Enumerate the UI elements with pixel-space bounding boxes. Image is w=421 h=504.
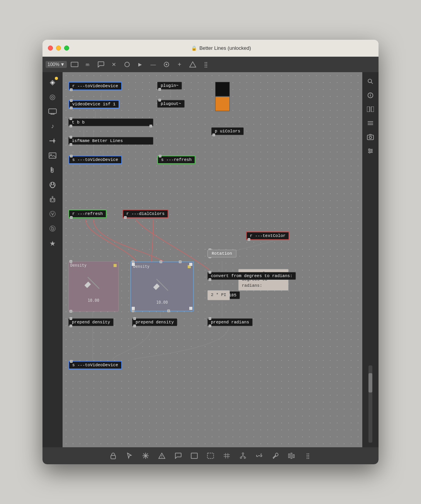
inlet-dot (70, 155, 73, 157)
swatch-orange (215, 96, 230, 111)
outlet-left-dot (70, 125, 72, 127)
lock-bottom-btn[interactable] (107, 450, 119, 462)
inlet-dot (133, 317, 136, 320)
plugout-tilde-node[interactable]: plugout~ (157, 100, 185, 108)
svg-point-64 (161, 457, 162, 458)
svg-rect-57 (111, 455, 115, 459)
svg-rect-0 (71, 62, 78, 67)
link-btn[interactable] (253, 450, 265, 462)
message-btn[interactable]: m (82, 59, 93, 69)
s-to-video-device-2-node[interactable]: s ---toVideoDevice (68, 361, 122, 369)
maximize-button[interactable] (64, 46, 69, 51)
dots-bottom-btn[interactable]: ⣿ (302, 450, 314, 462)
prepend-radians-node[interactable]: prepend radians (207, 318, 253, 326)
density2-outlet-right (167, 310, 170, 312)
comment-bottom-btn[interactable] (172, 450, 184, 462)
canvas[interactable]: r ---toVideoDevice videoDevice isf 1 t b… (63, 72, 362, 447)
svg-point-3 (166, 64, 167, 65)
svg-point-73 (244, 457, 246, 458)
prepend-density-2-node[interactable]: prepend density (132, 318, 177, 326)
plugin-tilde-node[interactable]: plugin~ (157, 82, 182, 90)
sidebar-item-target[interactable]: ◎ (46, 90, 59, 104)
list-btn[interactable] (364, 117, 377, 129)
svg-rect-80 (293, 455, 294, 458)
sidebar-item-robot[interactable] (46, 193, 59, 206)
div360-node[interactable]: convert from degrees to radians: (207, 272, 296, 280)
grid-bottom-btn[interactable] (221, 450, 233, 462)
sliders-btn[interactable] (364, 145, 377, 157)
info-btn[interactable] (364, 89, 377, 101)
sidebar-item-clip[interactable] (46, 163, 59, 177)
s-to-video-device-1-node[interactable]: s ---toVideoDevice (68, 156, 122, 164)
handle-tl (132, 263, 135, 266)
inlet-dot (209, 317, 211, 320)
sidebar-item-v[interactable]: ⓥ (46, 207, 59, 221)
isfname-node[interactable]: isfName Better Lines (68, 137, 153, 145)
left-sidebar: ◈ ◎ ♪ (42, 72, 63, 447)
tbb-node[interactable]: t b b (68, 118, 153, 126)
ungroup-icon (207, 453, 214, 459)
warning-btn[interactable] (156, 450, 168, 462)
sidebar-item-note[interactable]: ♪ (46, 119, 59, 133)
v-icon: ⓥ (49, 210, 56, 218)
cube-icon: ◈ (50, 78, 55, 86)
density1-value: 10.00 (70, 298, 117, 303)
sidebar-item-star[interactable]: ★ (46, 237, 59, 250)
r-textcolor-node[interactable]: r ---textColor (246, 232, 289, 240)
camera-btn[interactable] (364, 131, 377, 143)
lock-icon (110, 452, 116, 459)
warning-icon (158, 453, 165, 459)
s-refresh-node[interactable]: s ---refresh (157, 156, 195, 164)
svg-rect-36 (85, 282, 91, 288)
sidebar-item-image[interactable] (46, 149, 59, 162)
record-btn[interactable] (122, 59, 132, 69)
traffic-lights (48, 46, 69, 51)
sidebar-item-b[interactable]: ⓑ (46, 222, 59, 236)
sidebar-item-cube[interactable]: ◈ (46, 75, 59, 89)
split-btn[interactable] (364, 103, 377, 115)
sidebar-item-plugin[interactable] (46, 178, 59, 192)
inlet-dot (209, 271, 211, 274)
minus-btn[interactable]: — (148, 59, 159, 69)
right-scrollbar[interactable] (368, 365, 372, 443)
search-btn[interactable] (364, 75, 377, 88)
dial-btn[interactable] (161, 59, 172, 69)
density1-slider[interactable] (70, 267, 117, 298)
minimize-button[interactable] (56, 46, 61, 51)
r-refresh-node[interactable]: r ---refresh (68, 210, 107, 218)
sidebar-item-arrow[interactable] (46, 134, 59, 148)
presentation-btn[interactable] (69, 59, 80, 69)
videodevice-isf1-node[interactable]: videoDevice isf 1 (68, 100, 119, 108)
close-button[interactable] (48, 46, 53, 51)
snowflake-btn[interactable] (140, 450, 151, 462)
add-btn[interactable]: + (174, 59, 185, 69)
bars-icon (288, 453, 295, 459)
handle-br (189, 307, 192, 310)
tree-btn[interactable] (237, 450, 249, 462)
cube-dot (55, 77, 58, 80)
wrench-btn[interactable] (270, 450, 281, 462)
handle-tr (189, 263, 192, 266)
prepend-density-1-node[interactable]: prepend density (68, 318, 114, 326)
p-uicolors-node[interactable]: p uiColors (211, 127, 244, 135)
cursor-btn[interactable] (124, 450, 135, 462)
density-panel-2[interactable]: Density 10.00 (130, 261, 194, 311)
zoom-control[interactable]: 100% ▼ (46, 61, 67, 68)
density2-slider[interactable] (132, 269, 192, 300)
sidebar-item-screen[interactable] (46, 105, 59, 118)
close-obj-btn[interactable]: ✕ (109, 59, 119, 69)
density-panel-1[interactable]: Density 10.00 (68, 261, 119, 311)
svg-point-56 (369, 152, 370, 153)
svg-rect-65 (191, 453, 197, 458)
bars-btn[interactable] (286, 450, 297, 462)
play-btn[interactable]: ▶ (135, 59, 146, 69)
r-to-video-device-node[interactable]: r ---toVideoDevice (68, 82, 122, 90)
group-btn[interactable] (188, 450, 200, 462)
r-dialcolors-node[interactable]: r ---dialColors (122, 210, 168, 218)
ungroup-btn[interactable] (205, 450, 216, 462)
paint-btn[interactable] (187, 59, 198, 69)
list-icon (367, 120, 373, 126)
cursor-icon (127, 452, 132, 459)
grid-btn[interactable]: ⣿ (200, 59, 211, 69)
comment-btn[interactable] (95, 59, 106, 69)
